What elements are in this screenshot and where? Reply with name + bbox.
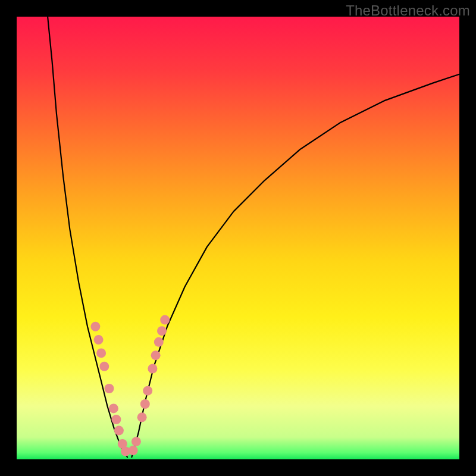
marker-point bbox=[157, 326, 167, 336]
outer-frame: TheBottleneck.com bbox=[0, 0, 476, 476]
marker-point bbox=[109, 403, 118, 413]
marker-point bbox=[160, 315, 170, 325]
marker-point bbox=[111, 415, 121, 424]
marker-point bbox=[114, 426, 124, 436]
marker-point bbox=[99, 362, 109, 371]
marker-point bbox=[143, 386, 152, 396]
marker-point bbox=[148, 364, 157, 374]
curve-left-branch bbox=[48, 17, 127, 457]
marker-point bbox=[140, 399, 150, 409]
marker-point bbox=[154, 337, 164, 347]
marker-point bbox=[131, 437, 141, 446]
marker-point bbox=[96, 348, 106, 358]
marker-point bbox=[90, 322, 100, 331]
curve-right-branch bbox=[131, 74, 459, 458]
curves-layer bbox=[17, 17, 459, 459]
marker-point bbox=[137, 412, 147, 422]
marker-point bbox=[105, 384, 114, 393]
marker-point bbox=[94, 335, 104, 345]
marker-point bbox=[129, 446, 138, 455]
watermark-text: TheBottleneck.com bbox=[346, 2, 470, 19]
marker-point bbox=[151, 350, 161, 360]
